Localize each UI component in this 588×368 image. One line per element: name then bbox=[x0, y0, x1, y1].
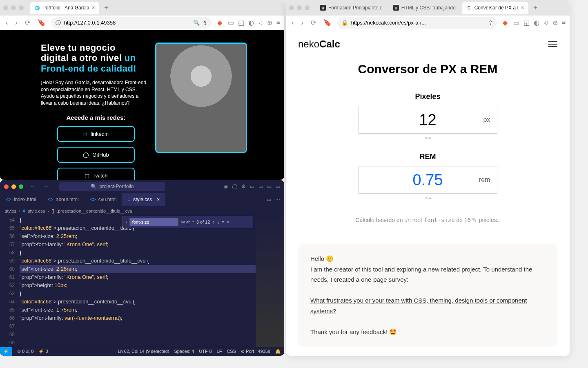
new-tab-button[interactable]: + bbox=[531, 4, 540, 12]
minimize-icon[interactable] bbox=[11, 184, 16, 189]
survey-link[interactable]: What frustrates you or your team with CS… bbox=[310, 295, 545, 316]
eol[interactable]: LF bbox=[217, 349, 222, 354]
minimap[interactable] bbox=[256, 216, 284, 347]
url-field[interactable]: 🔒 https://nekocalc.com/es/px-a-r... ⇪ bbox=[337, 17, 497, 29]
twitch-button[interactable]: ▢Twitch bbox=[57, 168, 135, 180]
find-options[interactable]: Aa ab .* bbox=[181, 220, 194, 224]
sidebar-icon[interactable]: ▭ bbox=[228, 19, 234, 27]
back-button[interactable]: ‹ bbox=[290, 19, 295, 27]
forward-button[interactable]: → bbox=[44, 184, 49, 189]
command-center[interactable]: 🔍project-Portfolio bbox=[59, 182, 165, 191]
slider-icon[interactable]: «◦» bbox=[359, 195, 497, 200]
rem-input[interactable]: 0.75 rem bbox=[359, 166, 497, 194]
indentation[interactable]: Spaces: 4 bbox=[174, 349, 194, 354]
maximize-icon[interactable] bbox=[19, 5, 24, 10]
next-match-icon[interactable]: ↓ bbox=[217, 220, 220, 224]
search-icon[interactable]: 🔍 bbox=[193, 20, 200, 26]
layout-icon[interactable]: ▭ bbox=[258, 184, 263, 189]
copilot-icon[interactable]: ◉ bbox=[224, 184, 228, 189]
download-icon[interactable]: ⊕ bbox=[552, 19, 558, 27]
breadcrumb[interactable]: styles › #style.css › {}.presetacion__co… bbox=[0, 206, 284, 216]
close-icon[interactable] bbox=[3, 5, 8, 10]
search-icon: 🔍 bbox=[91, 184, 97, 189]
close-tab-icon[interactable]: × bbox=[521, 4, 524, 11]
maximize-icon[interactable] bbox=[305, 5, 310, 10]
back-button[interactable]: ‹ bbox=[4, 19, 9, 27]
tab-cvu[interactable]: <>cvu.html bbox=[85, 193, 122, 206]
share-icon[interactable]: ⇪ bbox=[203, 20, 207, 26]
bookmark-icon[interactable]: 🔖 bbox=[322, 19, 333, 27]
vpn-icon[interactable]: ◐ bbox=[248, 19, 254, 27]
wallet-icon[interactable]: ◱ bbox=[523, 19, 530, 27]
layout-icon[interactable]: ▭ bbox=[267, 184, 272, 189]
minimize-icon[interactable] bbox=[11, 5, 16, 10]
wallet-icon[interactable]: ◱ bbox=[238, 19, 244, 27]
back-button[interactable]: ← bbox=[30, 184, 35, 189]
menu-icon[interactable]: ≡ bbox=[276, 19, 280, 27]
close-icon[interactable] bbox=[289, 5, 294, 10]
new-tab-button[interactable]: + bbox=[102, 4, 111, 12]
url-field[interactable]: ⓘ http://127.0.0.1:49358 🔍 ⇪ bbox=[51, 17, 212, 29]
maximize-icon[interactable] bbox=[19, 184, 23, 189]
find-input[interactable] bbox=[129, 218, 178, 226]
bookmark-icon[interactable]: 🔖 bbox=[36, 19, 47, 27]
tab-index[interactable]: <>index.html bbox=[0, 193, 42, 206]
github-button[interactable]: ◯GitHub bbox=[57, 147, 135, 163]
vpn-icon[interactable]: ◐ bbox=[534, 19, 539, 27]
pixels-label: Píxeles bbox=[359, 92, 497, 101]
browser-tab[interactable]: 🌐 Portfolio - Ana García × bbox=[30, 2, 99, 14]
gear-icon[interactable]: ⚙ bbox=[241, 184, 246, 189]
note-value[interactable]: 16 bbox=[464, 217, 471, 223]
forward-button[interactable]: › bbox=[299, 19, 305, 27]
browser-tab-active[interactable]: CConversor de PX a I× bbox=[462, 2, 528, 14]
layout-icon[interactable]: ▭ bbox=[250, 184, 254, 189]
ports[interactable]: ⚡ 0 bbox=[38, 349, 48, 354]
music-icon[interactable]: ♫ bbox=[543, 19, 548, 27]
share-icon[interactable]: ⇪ bbox=[488, 20, 493, 26]
site-header: nekoCalc bbox=[298, 38, 557, 50]
reload-button[interactable]: ⟳ bbox=[23, 19, 32, 27]
layout-icon[interactable]: ▭ bbox=[276, 184, 280, 189]
problems[interactable]: ⊘ 0 ⚠ 0 bbox=[17, 349, 33, 354]
tab-style[interactable]: #style.css× bbox=[122, 193, 165, 206]
linkedin-button[interactable]: inlinkedin bbox=[57, 126, 135, 142]
filter-icon[interactable]: ≡ bbox=[222, 220, 224, 224]
sidebar-icon[interactable]: ▭ bbox=[513, 19, 519, 27]
editor[interactable]: › Aa ab .* 3 of 12 ↑ ↓ ≡ × 5455565758596… bbox=[0, 216, 284, 347]
close-tab-icon[interactable]: × bbox=[92, 4, 95, 11]
code-area[interactable]: }"color:#ffcc66">.presetacion__contenido… bbox=[20, 216, 256, 347]
browser-tab[interactable]: aHTML y CSS: trabajando bbox=[389, 2, 460, 14]
close-icon[interactable] bbox=[4, 184, 9, 189]
more-icon[interactable]: ⋯ bbox=[275, 197, 280, 202]
brave-icon[interactable]: ◆ bbox=[501, 19, 509, 27]
browser-tab[interactable]: aFormación Principiante e bbox=[316, 2, 387, 14]
tab-about[interactable]: <>about.html bbox=[42, 193, 85, 206]
forward-button[interactable]: › bbox=[13, 19, 19, 27]
menu-button[interactable] bbox=[548, 41, 557, 47]
calculation-note: Cálculo basado en un root font-size de 1… bbox=[298, 217, 557, 223]
account-icon[interactable]: ◯ bbox=[232, 184, 237, 189]
slider-icon[interactable]: «◦» bbox=[359, 135, 497, 140]
note-code: font-size bbox=[424, 217, 455, 223]
chevron-icon[interactable]: › bbox=[125, 220, 127, 224]
bell-icon[interactable]: 🔔 bbox=[275, 349, 281, 354]
remote-button[interactable]: ⚡ bbox=[0, 347, 12, 356]
cursor-position[interactable]: Ln 62, Col 14 (9 selected) bbox=[118, 349, 169, 354]
title-line1: Eleve tu negocio bbox=[41, 43, 116, 53]
brave-icon[interactable]: ◆ bbox=[216, 19, 224, 27]
language[interactable]: CSS bbox=[227, 349, 236, 354]
logo[interactable]: nekoCalc bbox=[298, 38, 340, 50]
prev-match-icon[interactable]: ↑ bbox=[212, 220, 215, 224]
live-port[interactable]: ⊘ Port : 49358 bbox=[241, 349, 270, 354]
reload-button[interactable]: ⟳ bbox=[309, 19, 318, 27]
pixels-input[interactable]: 12 px bbox=[359, 106, 497, 134]
music-icon[interactable]: ♫ bbox=[258, 19, 263, 27]
close-tab-icon[interactable]: × bbox=[157, 197, 160, 202]
encoding[interactable]: UTF-8 bbox=[199, 349, 212, 354]
download-icon[interactable]: ⊕ bbox=[267, 19, 272, 27]
minimize-icon[interactable] bbox=[297, 5, 302, 10]
split-icon[interactable]: ▭ bbox=[267, 197, 271, 202]
social-buttons: inlinkedin ◯GitHub ▢Twitch bbox=[41, 126, 151, 175]
close-find-icon[interactable]: × bbox=[227, 220, 229, 224]
menu-icon[interactable]: ≡ bbox=[562, 19, 566, 27]
